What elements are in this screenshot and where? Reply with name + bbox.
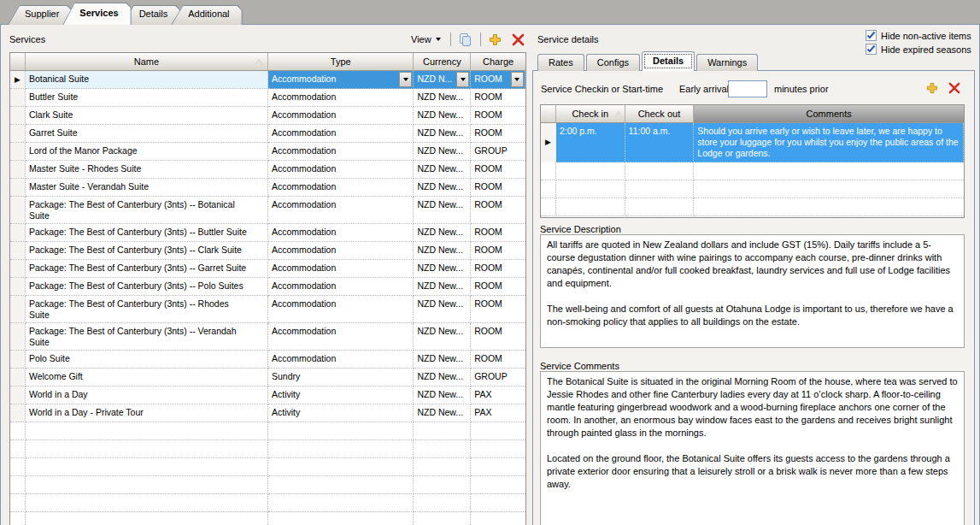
cell-name[interactable]: Package: The Best of Canterbury (3nts) -… — [26, 260, 268, 278]
tab-details-active[interactable]: Details — [642, 51, 695, 71]
hide-expired-seasons-checkbox[interactable]: Hide expired seasons — [866, 44, 971, 55]
row-selector-cell[interactable] — [10, 143, 26, 161]
row-selector-cell[interactable] — [10, 404, 26, 422]
service-comments-textbox[interactable]: The Botanical Suite is situated in the o… — [540, 371, 965, 525]
service-description-textbox[interactable]: All tariffs are quoted in New Zealand do… — [540, 234, 965, 348]
tab-services[interactable]: Services — [62, 3, 131, 25]
cell-charge[interactable]: GROUP — [471, 369, 525, 386]
row-selector-cell[interactable] — [10, 369, 26, 386]
cell-name[interactable]: Master Suite - Rhodes Suite — [26, 161, 268, 179]
dropdown-button[interactable] — [399, 72, 412, 87]
column-header-name[interactable]: Name — [26, 53, 268, 71]
table-row[interactable]: ▶2:00 p.m.11:00 a.m.Should you arrive ea… — [541, 123, 964, 162]
cell-type[interactable]: Accommodation — [268, 89, 414, 107]
cell-type[interactable]: Accommodation — [268, 260, 414, 278]
cell-name[interactable]: World in a Day - Private Tour — [26, 404, 268, 422]
cell-name[interactable]: Package: The Best of Canterbury (3nts) -… — [26, 323, 268, 351]
tab-configs[interactable]: Configs — [586, 54, 640, 71]
column-header-check-out[interactable]: Check out — [625, 105, 695, 123]
table-row-empty[interactable] — [541, 198, 964, 216]
row-selector-header[interactable] — [541, 105, 556, 123]
cell-name[interactable]: Garret Suite — [26, 125, 268, 143]
cell-type[interactable]: Accommodation — [268, 179, 414, 197]
cell-currency[interactable]: NZD New... — [414, 161, 471, 179]
table-row[interactable]: Welcome GiftSundryNZD New...GROUP — [10, 369, 525, 386]
delete-icon[interactable] — [510, 31, 527, 48]
row-selector-cell[interactable] — [10, 107, 26, 125]
cell-charge[interactable]: ROOM — [471, 260, 525, 278]
cell-charge[interactable]: ROOM — [471, 351, 525, 369]
cell-type[interactable]: Activity — [268, 404, 414, 422]
row-selector-cell[interactable]: ▶ — [541, 123, 556, 162]
cell-type[interactable]: Accommodation — [268, 351, 414, 369]
cell-type[interactable]: Sundry — [268, 369, 414, 386]
cell-charge[interactable]: ROOM — [471, 89, 525, 107]
row-selector-cell[interactable] — [10, 242, 26, 260]
row-selector-cell[interactable] — [10, 351, 26, 369]
column-header-currency[interactable]: Currency — [414, 53, 471, 71]
table-row[interactable]: ▶Botanical SuiteAccommodationNZD N...ROO… — [10, 71, 525, 89]
view-dropdown-button[interactable]: View — [408, 32, 444, 46]
cell-name[interactable]: Buttler Suite — [26, 89, 268, 107]
cell-charge[interactable]: GROUP — [471, 143, 525, 161]
table-row[interactable]: Master Suite - Verandah SuiteAccommodati… — [10, 179, 525, 197]
hide-non-active-items-checkbox[interactable]: Hide non-active items — [866, 30, 971, 41]
cell-charge[interactable]: PAX — [471, 386, 525, 404]
cell-type[interactable]: Accommodation — [268, 242, 414, 260]
cell-currency[interactable]: NZD New... — [414, 242, 471, 260]
cell-type[interactable]: Accommodation — [268, 224, 414, 242]
cell-charge[interactable]: ROOM — [471, 71, 525, 89]
cell-charge[interactable]: ROOM — [471, 107, 525, 125]
early-arrival-input[interactable] — [728, 80, 767, 97]
cell-currency[interactable]: NZD New... — [414, 404, 471, 422]
table-row-empty[interactable] — [10, 476, 525, 494]
table-row-empty[interactable] — [541, 180, 964, 198]
cell-currency[interactable]: NZD New... — [414, 386, 471, 404]
cell-charge[interactable]: ROOM — [471, 161, 525, 179]
tab-warnings[interactable]: Warnings — [696, 54, 758, 71]
cell-charge[interactable]: ROOM — [471, 224, 525, 242]
cell-name[interactable]: Polo Suite — [26, 351, 268, 369]
column-header-charge[interactable]: Charge — [471, 53, 525, 71]
cell-charge[interactable]: ROOM — [471, 125, 525, 143]
table-row[interactable]: Package: The Best of Canterbury (3nts) -… — [10, 260, 525, 278]
cell-charge[interactable]: PAX — [471, 404, 525, 422]
table-row[interactable]: Package: The Best of Canterbury (3nts) -… — [10, 197, 525, 224]
row-selector-cell[interactable] — [10, 179, 26, 197]
table-row[interactable]: World in a DayActivityNZD New...PAX — [10, 386, 525, 404]
table-row-empty[interactable] — [10, 440, 525, 458]
table-row-empty[interactable] — [10, 512, 525, 525]
cell-currency[interactable]: NZD New... — [414, 197, 471, 224]
table-row[interactable]: Garret SuiteAccommodationNZD New...ROOM — [10, 125, 525, 143]
row-selector-cell[interactable] — [10, 89, 26, 107]
add-icon[interactable] — [924, 80, 940, 96]
dropdown-button[interactable] — [511, 72, 524, 87]
row-selector-cell[interactable] — [10, 161, 26, 179]
table-row[interactable]: Package: The Best of Canterbury (3nts) -… — [10, 224, 525, 242]
table-row-empty[interactable] — [10, 458, 525, 476]
table-row[interactable]: Polo SuiteAccommodationNZD New...ROOM — [10, 351, 525, 369]
cell-currency[interactable]: NZD New... — [414, 107, 471, 125]
table-row[interactable]: Package: The Best of Canterbury (3nts) -… — [10, 278, 525, 296]
cell-charge[interactable]: ROOM — [471, 179, 525, 197]
cell-name[interactable]: Package: The Best of Canterbury (3nts) -… — [26, 242, 268, 260]
row-selector-header[interactable] — [10, 53, 26, 71]
table-row-empty[interactable] — [10, 422, 525, 440]
column-header-type[interactable]: Type — [268, 53, 414, 71]
cell-currency[interactable]: NZD New... — [414, 179, 471, 197]
dropdown-button[interactable] — [456, 72, 469, 87]
cell-name[interactable]: Package: The Best of Canterbury (3nts) -… — [26, 224, 268, 242]
cell-currency[interactable]: NZD New... — [414, 260, 471, 278]
tab-rates[interactable]: Rates — [537, 54, 584, 71]
cell-type[interactable]: Accommodation — [268, 323, 414, 351]
tab-supplier[interactable]: Supplier — [8, 5, 72, 25]
cell-type[interactable]: Accommodation — [268, 143, 414, 161]
cell-type[interactable]: Accommodation — [268, 125, 414, 143]
table-row[interactable]: World in a Day - Private TourActivityNZD… — [10, 404, 525, 422]
cell-type[interactable]: Accommodation — [268, 161, 414, 179]
table-row-empty[interactable] — [541, 162, 964, 180]
column-header-comments[interactable]: Comments — [694, 105, 964, 123]
cell-check-out[interactable]: 11:00 a.m. — [625, 123, 695, 162]
row-selector-cell[interactable] — [10, 224, 26, 242]
cell-type[interactable]: Accommodation — [268, 107, 414, 125]
